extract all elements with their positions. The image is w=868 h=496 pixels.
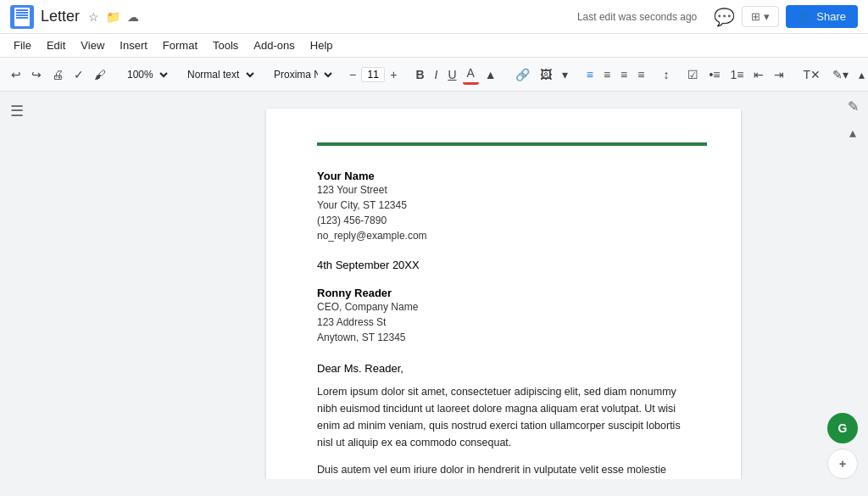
underline-button[interactable]: U bbox=[443, 65, 460, 84]
insert-more-button[interactable]: ▾ bbox=[558, 65, 572, 84]
sender-address: 123 Your Street Your City, ST 12345 (123… bbox=[317, 182, 690, 243]
redo-button[interactable]: ↪ bbox=[27, 65, 46, 84]
align-right-button[interactable]: ≡ bbox=[616, 65, 632, 84]
link-button[interactable]: 🔗 bbox=[511, 65, 534, 84]
google-account-button[interactable]: G bbox=[827, 413, 858, 443]
line-spacing-button[interactable]: ↕ bbox=[659, 65, 673, 84]
menu-bar: File Edit View Insert Format Tools Add-o… bbox=[0, 34, 868, 58]
edit-pen-button[interactable]: ✎▾ bbox=[828, 65, 853, 84]
accessibility-button[interactable]: + bbox=[827, 449, 858, 479]
document-page: Your Name 123 Your Street Your City, ST … bbox=[266, 109, 741, 479]
menu-addons[interactable]: Add-ons bbox=[247, 36, 301, 54]
menu-edit[interactable]: Edit bbox=[40, 36, 72, 54]
sender-name: Your Name bbox=[317, 170, 690, 182]
recipient-title: CEO, Company Name bbox=[317, 299, 690, 315]
highlight-button[interactable]: ▲ bbox=[481, 65, 501, 84]
letter-greeting: Dear Ms. Reader, bbox=[317, 362, 690, 375]
style-select[interactable]: Normal text bbox=[181, 66, 257, 83]
recipient-city-state: Anytown, ST 12345 bbox=[317, 330, 690, 345]
comment-button[interactable]: 💬 bbox=[707, 3, 742, 31]
present-button[interactable]: ⊞ ▾ bbox=[742, 6, 779, 27]
align-left-button[interactable]: ≡ bbox=[582, 65, 598, 84]
outdent-button[interactable]: ⇤ bbox=[749, 65, 768, 84]
paint-format-button[interactable]: 🖌 bbox=[90, 65, 110, 84]
sender-email: no_reply@example.com bbox=[317, 228, 690, 243]
right-edit-button[interactable]: ✎ bbox=[844, 95, 862, 118]
justify-button[interactable]: ≡ bbox=[633, 65, 648, 84]
google-account-icon: G bbox=[838, 421, 848, 435]
spellcheck-button[interactable]: ✓ bbox=[70, 65, 88, 84]
bottom-right-actions: G + bbox=[827, 413, 858, 479]
clear-format-button[interactable]: T✕ bbox=[798, 65, 825, 84]
italic-button[interactable]: I bbox=[431, 65, 442, 84]
cloud-button[interactable]: ☁ bbox=[124, 7, 142, 27]
sender-city-state: Your City, ST 12345 bbox=[317, 198, 690, 213]
accessibility-icon: + bbox=[839, 457, 846, 471]
undo-button[interactable]: ↩ bbox=[7, 65, 25, 84]
share-label: Share bbox=[816, 10, 846, 23]
document-area[interactable]: Your Name 123 Your Street Your City, ST … bbox=[170, 92, 837, 479]
present-icon: ⊞ bbox=[751, 10, 760, 23]
font-size-input[interactable] bbox=[361, 67, 385, 82]
font-select[interactable]: Proxima N... bbox=[267, 66, 335, 83]
body-paragraph-1: Lorem ipsum dolor sit amet, consectetuer… bbox=[317, 383, 690, 451]
font-size-decrease[interactable]: − bbox=[345, 65, 360, 84]
indent-button[interactable]: ⇥ bbox=[770, 65, 788, 84]
menu-tools[interactable]: Tools bbox=[206, 36, 245, 54]
font-color-button[interactable]: A bbox=[463, 64, 479, 85]
title-bar: Letter ☆ 📁 ☁ Last edit was seconds ago 💬… bbox=[0, 0, 868, 34]
sender-phone: (123) 456-7890 bbox=[317, 213, 690, 228]
menu-file[interactable]: File bbox=[7, 36, 38, 54]
bullet-list-button[interactable]: •≡ bbox=[704, 65, 724, 84]
toolbar: ↩ ↪ 🖨 ✓ 🖌 100% Normal text Proxima N... … bbox=[0, 58, 868, 92]
star-button[interactable]: ☆ bbox=[85, 7, 103, 27]
green-decoration-line bbox=[317, 142, 707, 146]
image-button[interactable]: 🖼 bbox=[536, 65, 556, 84]
last-edit-label: Last edit was seconds ago bbox=[577, 11, 697, 23]
outline-button[interactable]: ☰ bbox=[7, 98, 27, 124]
font-size-area: − + bbox=[345, 65, 401, 84]
doc-icon bbox=[10, 5, 34, 29]
align-center-button[interactable]: ≡ bbox=[599, 65, 615, 84]
checklist-button[interactable]: ☑ bbox=[683, 65, 703, 84]
collapse-toolbar-button[interactable]: ▴ bbox=[854, 65, 868, 84]
bold-button[interactable]: B bbox=[411, 65, 428, 84]
menu-format[interactable]: Format bbox=[156, 36, 204, 54]
recipient-street: 123 Address St bbox=[317, 315, 690, 330]
sender-street: 123 Your Street bbox=[317, 182, 690, 198]
doc-title[interactable]: Letter bbox=[41, 8, 80, 25]
main-area: ☰ Your Name 123 Your Street Your City, S… bbox=[0, 92, 868, 479]
body-paragraph-2: Duis autem vel eum iriure dolor in hendr… bbox=[317, 461, 690, 479]
menu-help[interactable]: Help bbox=[303, 36, 340, 54]
folder-button[interactable]: 📁 bbox=[103, 7, 124, 27]
sidebar: ☰ bbox=[0, 92, 170, 479]
share-icon: 👤 bbox=[798, 10, 811, 23]
font-size-increase[interactable]: + bbox=[386, 65, 401, 84]
letter-date: 4th September 20XX bbox=[317, 259, 690, 271]
menu-view[interactable]: View bbox=[74, 36, 111, 54]
print-button[interactable]: 🖨 bbox=[47, 65, 68, 84]
zoom-select[interactable]: 100% bbox=[120, 66, 170, 83]
recipient-address: CEO, Company Name 123 Address St Anytown… bbox=[317, 299, 690, 345]
right-collapse-button[interactable]: ▴ bbox=[846, 121, 860, 144]
recipient-name: Ronny Reader bbox=[317, 287, 690, 299]
menu-insert[interactable]: Insert bbox=[113, 36, 154, 54]
share-button[interactable]: 👤 Share bbox=[786, 5, 858, 28]
present-chevron: ▾ bbox=[764, 10, 770, 23]
numbered-list-button[interactable]: 1≡ bbox=[726, 65, 748, 84]
